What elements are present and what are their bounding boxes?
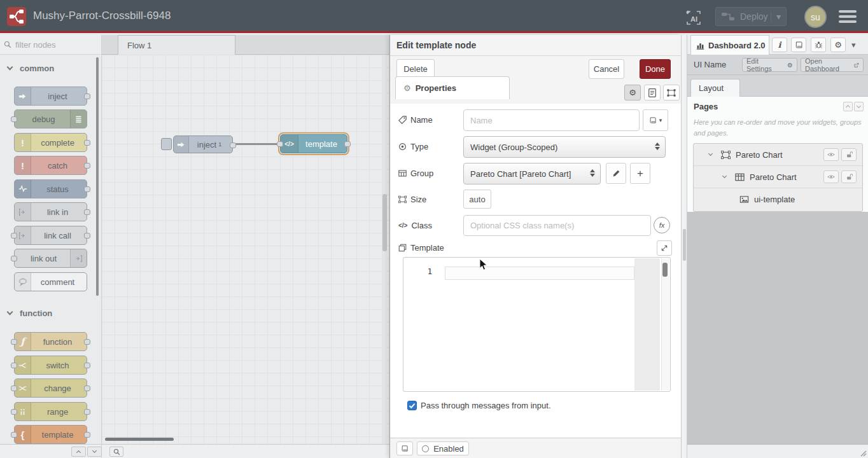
filter-nodes-input[interactable] (14, 39, 90, 50)
palette-node-debug[interactable]: debug (14, 109, 87, 128)
tray-scrollbar-thumb[interactable] (683, 229, 686, 261)
deploy-button[interactable]: Deploy ▾ (715, 7, 787, 26)
main-menu-button[interactable] (839, 10, 857, 23)
pencil-icon (612, 169, 620, 177)
lock-toggle-button[interactable] (841, 148, 857, 161)
template-code-editor[interactable]: 1 (403, 257, 671, 392)
palette-footer (0, 444, 101, 458)
description-view-button[interactable] (644, 85, 661, 101)
visibility-toggle-button[interactable] (823, 148, 839, 161)
tab-flow-1[interactable]: Flow 1 (118, 35, 235, 55)
palette-node-complete[interactable]: ! complete (14, 133, 87, 152)
lock-toggle-button[interactable] (841, 170, 857, 183)
sidebar-menu-caret[interactable]: ▾ (851, 40, 856, 50)
pages-title: Pages (694, 102, 718, 111)
gear-icon: ⚙ (403, 83, 411, 93)
group-select[interactable]: Pareto Chart [Pareto Chart] (463, 163, 601, 184)
canvas-node-ui-template[interactable]: </> template (280, 134, 347, 153)
palette-node-function[interactable]: ƒ function (14, 332, 87, 351)
palette-search[interactable] (0, 35, 101, 55)
class-fx-button[interactable]: fx (654, 217, 670, 233)
code-icon: </> (281, 135, 298, 153)
open-dashboard-button[interactable]: Open Dashboard (801, 58, 864, 72)
cancel-button[interactable]: Cancel (589, 59, 624, 79)
magnifier-icon (113, 448, 120, 455)
pages-collapse-button[interactable] (843, 102, 853, 111)
pages-expand-button[interactable] (854, 102, 864, 111)
input-port[interactable] (277, 141, 283, 147)
edit-group-button[interactable] (606, 163, 626, 184)
ai-assistant-button[interactable]: AI (682, 6, 704, 28)
tab-layout[interactable]: Layout (690, 79, 740, 97)
enabled-toggle-button[interactable]: Enabled (417, 441, 469, 455)
output-port (84, 409, 90, 415)
palette-category-function[interactable]: function (0, 305, 95, 321)
tree-row-page-pareto-chart[interactable]: Pareto Chart (694, 144, 862, 166)
type-select[interactable]: Widget (Group-Scoped) (463, 136, 666, 158)
palette-node-link-out[interactable]: link out (14, 249, 87, 268)
palette-node-comment[interactable]: comment (14, 272, 87, 291)
expand-editor-button[interactable] (657, 240, 672, 256)
visibility-toggle-button[interactable] (823, 170, 839, 183)
bug-icon (815, 41, 823, 49)
editor-scrollbar-thumb[interactable] (662, 263, 668, 277)
add-group-button[interactable]: + (630, 163, 650, 184)
size-button[interactable]: auto (463, 190, 491, 209)
check-icon (408, 401, 416, 410)
eye-icon (827, 151, 835, 158)
edit-settings-button[interactable]: Edit Settings ⚙ (742, 58, 797, 72)
palette-expand-all-button[interactable] (87, 447, 102, 457)
palette-node-change[interactable]: change (14, 378, 87, 398)
palette-node-catch[interactable]: ! catch (14, 156, 87, 175)
palette-node-status[interactable]: status (14, 179, 87, 198)
name-library-button[interactable]: ▾ (643, 109, 668, 131)
palette-node-inject[interactable]: inject (14, 87, 87, 106)
palette-node-link-call[interactable]: link call (14, 226, 87, 245)
palette-category-common[interactable]: common (0, 60, 95, 76)
tray-splitter[interactable] (681, 35, 687, 458)
output-port[interactable] (344, 141, 351, 147)
wire-inject-to-template[interactable] (235, 143, 282, 145)
canvas-horizontal-scrollbar-thumb[interactable] (105, 438, 174, 441)
canvas-zoom-search-button[interactable] (109, 447, 123, 457)
flow-tab-bar: Flow 1 (102, 35, 389, 55)
library-button[interactable] (396, 441, 413, 455)
help-tab-button[interactable] (791, 38, 806, 52)
debug-tab-button[interactable] (811, 38, 826, 52)
resize-grip-icon[interactable] (859, 449, 867, 457)
output-port (84, 339, 90, 345)
tab-properties[interactable]: ⚙ Properties (395, 76, 510, 99)
inject-repeat-badge: 1 (218, 141, 221, 148)
palette-collapse-all-button[interactable] (71, 447, 86, 457)
passthrough-checkbox[interactable] (407, 401, 417, 410)
user-avatar[interactable]: su (804, 6, 827, 28)
palette-node-switch[interactable]: switch (14, 356, 87, 375)
inject-trigger-button[interactable] (161, 138, 172, 150)
canvas-node-inject[interactable]: inject 1 (173, 135, 233, 153)
deploy-options-caret[interactable]: ▾ (771, 11, 786, 22)
class-input[interactable] (463, 215, 651, 236)
flow-canvas[interactable]: inject 1 </> template (102, 55, 389, 444)
palette-node-template[interactable]: { template (14, 425, 87, 444)
output-port[interactable] (230, 142, 236, 148)
tab-dashboard-2[interactable]: Dashboard 2.0 (690, 35, 769, 55)
name-input[interactable] (463, 109, 640, 131)
palette-scrollbar[interactable] (96, 57, 99, 296)
tray-footer: Enabled (390, 438, 681, 458)
pages-help-text: Here you can re-order and move your widg… (694, 117, 862, 139)
config-tab-button[interactable]: ⚙ (830, 38, 846, 52)
canvas-vertical-scrollbar-thumb[interactable] (382, 194, 387, 251)
tree-row-group-pareto-chart[interactable]: Pareto Chart (694, 166, 862, 188)
appearance-view-button[interactable] (663, 85, 680, 101)
chevron-down-icon[interactable] (722, 174, 727, 178)
palette-node-link-in[interactable]: link in (14, 202, 87, 221)
done-button[interactable]: Done (640, 59, 671, 79)
sidebar-footer (687, 444, 868, 458)
info-tab-button[interactable]: i (772, 38, 787, 52)
properties-view-button[interactable]: ⚙ (624, 85, 641, 101)
tree-row-widget-ui-template[interactable]: ui-template (694, 188, 862, 211)
chevron-down-icon[interactable] (708, 151, 713, 156)
eye-icon (827, 173, 835, 181)
palette-node-range[interactable]: range (14, 402, 87, 421)
editor-scrollbar[interactable] (661, 258, 669, 391)
